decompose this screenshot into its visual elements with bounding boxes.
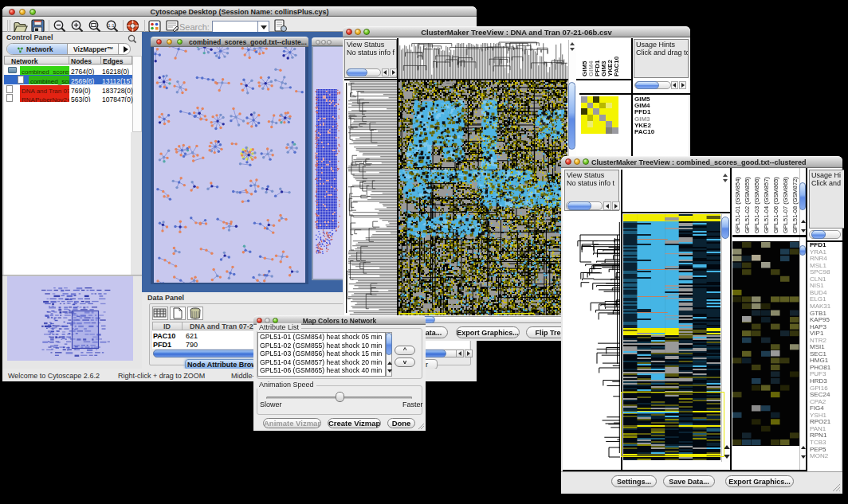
svg-text:1:1: 1:1 [108, 23, 115, 28]
